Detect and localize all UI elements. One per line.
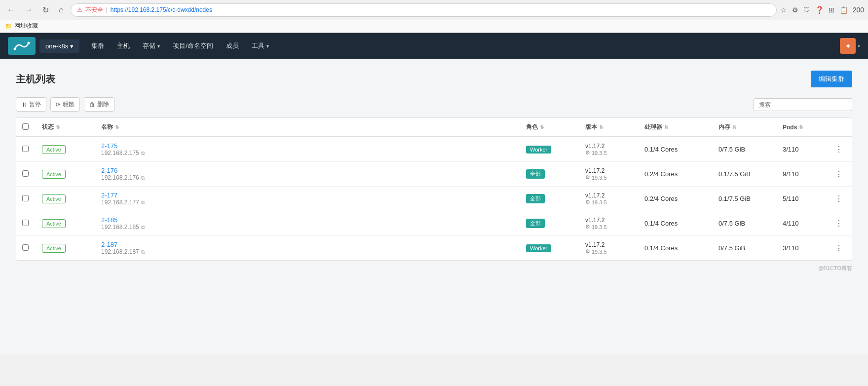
pods-value: 5/110 [777, 187, 826, 211]
node-name-link[interactable]: 2-177 [101, 192, 117, 199]
pods-sort-icon: ⇅ [799, 124, 803, 130]
node-ip: 192.168.2.177 [101, 199, 139, 206]
forward-button[interactable]: → [22, 4, 36, 15]
browser-toolbar: ← → ↻ ⌂ ⚠ 不安全 | https://192.168.2.175/c/… [0, 0, 868, 20]
reload-button[interactable]: ↻ [39, 4, 52, 16]
page-counter: 200 [853, 6, 864, 14]
status-badge: Active [42, 145, 66, 154]
table-row: Active 2-185 192.168.2.185 ⧉ 全部 v1.17.2 … [16, 211, 852, 236]
row-checkbox-2[interactable] [22, 195, 29, 201]
cpu-value: 0.2/4 Cores [639, 187, 713, 211]
extension-icon-3[interactable]: ❓ [815, 6, 824, 14]
home-button[interactable]: ⌂ [56, 4, 67, 15]
kernel-icon: ⚙ [585, 150, 590, 156]
nav-label-cluster: 集群 [91, 41, 104, 50]
row-actions-button[interactable]: ⋮ [832, 193, 846, 204]
node-name-link[interactable]: 2-176 [101, 167, 117, 174]
name-header-label: 名称 [101, 123, 113, 131]
memory-column-header[interactable]: 内存 ⇅ [718, 123, 771, 131]
role-sort-icon: ⇅ [540, 124, 544, 130]
search-input[interactable] [754, 98, 852, 111]
role-column-header[interactable]: 角色 ⇅ [526, 123, 573, 131]
nav-item-projects[interactable]: 项目/命名空间 [167, 39, 219, 53]
edit-cluster-button[interactable]: 编辑集群 [811, 71, 852, 87]
extension-icon-4[interactable]: ⊞ [829, 6, 834, 14]
page-header: 主机列表 编辑集群 [16, 71, 852, 87]
row-actions-button[interactable]: ⋮ [832, 168, 846, 180]
nav-item-members[interactable]: 成员 [220, 39, 245, 53]
select-all-checkbox[interactable] [22, 123, 29, 130]
node-ip: 192.168.2.175 [101, 150, 139, 156]
row-checkbox-3[interactable] [22, 220, 29, 226]
node-name-link[interactable]: 2-175 [101, 142, 117, 150]
pause-button[interactable]: ⏸ 暂停 [16, 97, 46, 112]
user-icon: ✦ [845, 41, 851, 51]
status-badge: Active [42, 244, 66, 253]
app-logo[interactable] [8, 37, 36, 55]
copy-ip-icon[interactable]: ⧉ [141, 249, 145, 255]
cpu-value: 0.1/4 Cores [639, 211, 713, 236]
page-title: 主机列表 [16, 73, 55, 86]
role-badge: Worker [526, 146, 551, 154]
version-label: v1.17.2 [585, 217, 633, 224]
row-actions-button[interactable]: ⋮ [832, 218, 846, 229]
copy-ip-icon[interactable]: ⧉ [141, 150, 145, 156]
row-checkbox-0[interactable] [22, 146, 29, 152]
extension-icon-1[interactable]: ⚙ [792, 6, 798, 14]
role-badge: 全部 [526, 169, 545, 179]
delete-button[interactable]: 🗑 删除 [84, 97, 114, 112]
nav-item-storage[interactable]: 存储 [137, 39, 166, 53]
user-menu-arrow[interactable]: ▾ [858, 43, 860, 49]
cpu-column-header[interactable]: 处理器 ⇅ [644, 123, 707, 131]
nav-label-projects: 项目/命名空间 [173, 41, 213, 50]
nav-item-host[interactable]: 主机 [111, 39, 136, 53]
version-label: v1.17.2 [585, 192, 633, 199]
page-content: 主机列表 编辑集群 ⏸ 暂停 ⟳ 驱散 🗑 删除 [0, 59, 868, 355]
memory-value: 0/7.5 GiB [713, 211, 777, 236]
address-url: https://192.168.2.175/c/c-dwxdd/nodes [111, 6, 212, 13]
extension-icon-5[interactable]: 📋 [839, 6, 848, 14]
nodes-table: 状态 ⇅ 名称 ⇅ 角色 ⇅ [16, 118, 852, 260]
copy-ip-icon[interactable]: ⧉ [141, 175, 145, 181]
footer-note: @51CTO博客 [16, 261, 852, 272]
svg-point-2 [28, 42, 30, 44]
status-column-header[interactable]: 状态 ⇅ [42, 123, 89, 131]
extension-icon-2[interactable]: 🛡 [803, 6, 810, 14]
bookmark-folder-icon: 📁 [5, 23, 12, 30]
status-badge: Active [42, 194, 66, 203]
role-badge: Worker [526, 244, 551, 252]
pods-value: 3/110 [777, 236, 826, 261]
drain-button[interactable]: ⟳ 驱散 [50, 97, 80, 112]
row-checkbox-4[interactable] [22, 244, 29, 251]
star-icon[interactable]: ☆ [781, 6, 787, 14]
address-bar[interactable]: ⚠ 不安全 | https://192.168.2.175/c/c-dwxdd/… [71, 3, 777, 17]
row-actions-button[interactable]: ⋮ [832, 242, 846, 254]
nav-item-tools[interactable]: 工具 [246, 39, 275, 53]
svg-point-1 [14, 48, 16, 50]
copy-ip-icon[interactable]: ⧉ [141, 224, 145, 231]
cpu-value: 0.1/4 Cores [639, 236, 713, 261]
node-name-link[interactable]: 2-185 [101, 216, 117, 224]
bookmarks-label[interactable]: 网址收藏 [14, 22, 38, 30]
cluster-selector[interactable]: one-k8s ▾ [39, 39, 79, 53]
row-checkbox-1[interactable] [22, 170, 29, 177]
nav-label-storage: 存储 [143, 41, 155, 50]
back-button[interactable]: ← [4, 4, 18, 15]
address-separator: | [106, 6, 108, 13]
name-column-header[interactable]: 名称 ⇅ [101, 123, 514, 131]
nav-label-members: 成员 [226, 41, 239, 50]
drain-label: 驱散 [63, 100, 75, 109]
user-avatar[interactable]: ✦ [840, 38, 856, 54]
delete-icon: 🗑 [89, 101, 95, 108]
table-row: Active 2-187 192.168.2.187 ⧉ Worker v1.1… [16, 236, 852, 261]
row-actions-button[interactable]: ⋮ [832, 144, 846, 155]
node-name-link[interactable]: 2-187 [101, 241, 117, 248]
pause-icon: ⏸ [21, 101, 27, 108]
version-header-label: 版本 [585, 123, 597, 131]
nav-items: 集群 主机 存储 项目/命名空间 成员 工具 [85, 39, 275, 53]
version-column-header[interactable]: 版本 ⇅ [585, 123, 633, 131]
copy-ip-icon[interactable]: ⧉ [141, 199, 145, 206]
cpu-value: 0.1/4 Cores [639, 137, 713, 162]
pods-column-header[interactable]: Pods ⇅ [783, 124, 820, 131]
nav-item-cluster[interactable]: 集群 [85, 39, 110, 53]
